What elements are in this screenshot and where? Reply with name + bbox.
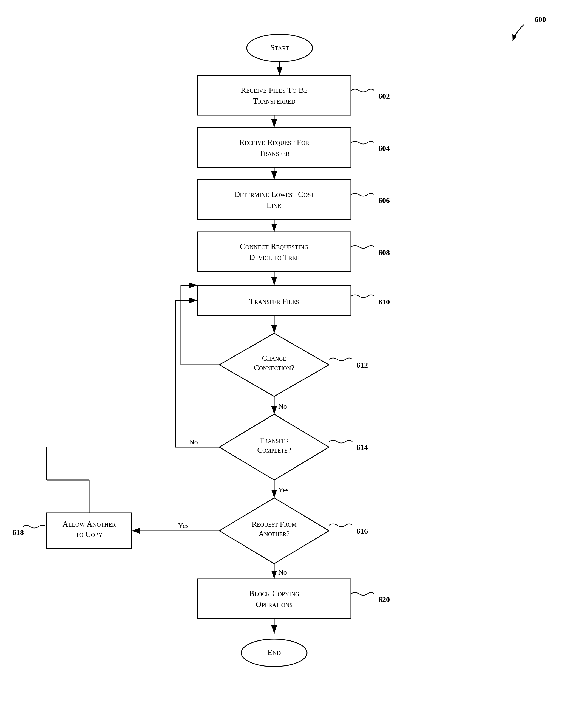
box-610-text: Transfer Files [249,297,299,306]
box-608 [198,232,351,272]
num-614: 614 [356,443,368,452]
squiggle-618 [23,525,47,528]
diamond-614-text2: Complete? [257,446,291,454]
box-606-text2: Link [267,201,282,210]
box-606-text1: Determine Lowest Cost [234,190,314,199]
squiggle-604 [351,141,374,144]
num-606: 606 [378,196,390,205]
box-608-text2: Device to Tree [249,253,299,262]
squiggle-608 [351,246,374,248]
start-label: Start [270,43,289,52]
box-604-text1: Receive Request For [239,137,309,146]
num-612: 612 [356,361,368,369]
num-608: 608 [378,248,390,257]
box-608-text1: Connect Requesting [240,242,309,251]
no-label-612: No [278,402,287,410]
diamond-612-text2: Connection? [254,363,294,372]
box-618-text1: Allow Another [63,519,116,528]
diamond-616-text2: Another? [259,529,290,538]
box-618-text2: to Copy [76,529,102,538]
flowchart-diagram: 600 Start Receive Files To Be Transferre… [0,0,562,728]
yes-label-614: Yes [278,486,289,494]
yes-label-616: Yes [178,522,189,530]
squiggle-606 [351,193,374,196]
end-label: End [268,648,281,657]
num-604: 604 [378,144,390,153]
box-620 [198,579,351,619]
box-620-text2: Operations [256,600,293,609]
num-610: 610 [378,298,390,306]
diamond-612-text1: Change [262,354,286,362]
no-label-614: No [189,438,198,446]
squiggle-610 [351,295,374,298]
num-602: 602 [378,92,390,100]
no-label-616: No [278,568,287,576]
box-602-text2: Transferred [253,96,295,105]
squiggle-602 [351,89,374,92]
num-618: 618 [12,528,24,537]
diamond-614-text1: Transfer [259,436,289,445]
squiggle-614 [329,440,352,443]
squiggle-620 [351,592,374,595]
num-620: 620 [378,595,390,604]
box-604 [198,128,351,167]
box-602-text1: Receive Files To Be [241,85,307,94]
squiggle-616 [329,524,352,527]
diamond-616-text1: Request From [252,520,296,528]
squiggle-612 [329,358,352,361]
num-616: 616 [356,527,368,535]
box-606 [198,180,351,219]
box-620-text1: Block Copying [249,589,299,598]
box-602 [198,75,351,115]
box-604-text2: Transfer [259,148,290,157]
ref-number: 600 [535,15,546,24]
